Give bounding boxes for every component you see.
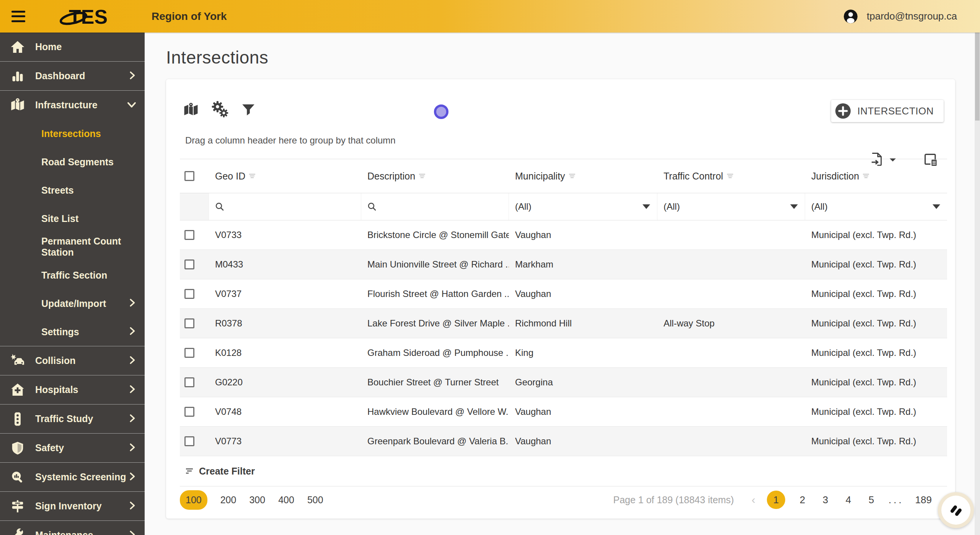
collision-icon (9, 353, 26, 369)
jurisdiction-filter-value: (All) (811, 201, 828, 212)
page-size-option-100[interactable]: 100 (180, 490, 207, 510)
sidebar-item-maintenance[interactable]: Maintenance (0, 521, 145, 535)
scrollbar-thumb[interactable] (975, 33, 980, 121)
filter-funnel-icon[interactable] (241, 103, 256, 117)
column-header-jurisdiction[interactable]: Jurisdiction (805, 171, 947, 182)
row-checkbox[interactable] (184, 436, 194, 446)
select-all-checkbox[interactable] (184, 171, 194, 181)
sidebar-item-dashboard[interactable]: Dashboard (0, 62, 145, 90)
table-row[interactable]: M0433 Main Unionville Street @ Richard .… (180, 250, 947, 279)
tes-logo[interactable]: TES (59, 5, 116, 28)
table-row[interactable]: R0378 Lake Forest Drive @ Silver Maple .… (180, 309, 947, 338)
page-size-option-300[interactable]: 300 (249, 494, 265, 506)
row-checkbox[interactable] (184, 289, 194, 299)
description-cell: Main Unionville Street @ Richard ... (361, 259, 509, 270)
header-filter-icon[interactable] (727, 173, 734, 179)
column-chooser-icon[interactable] (924, 153, 938, 169)
sidebar-subitem-permanent-count-station[interactable]: Permanent Count Station (0, 233, 145, 261)
export-icon[interactable] (870, 153, 883, 169)
sidebar-item-traffic-study[interactable]: Traffic Study (0, 405, 145, 433)
header-filter-icon[interactable] (419, 173, 426, 179)
row-checkbox[interactable] (184, 318, 194, 328)
sidebar-item-collision[interactable]: Collision (0, 346, 145, 375)
sidebar-subitem-traffic-section[interactable]: Traffic Section (0, 261, 145, 289)
sidebar-item-label: Maintenance (35, 530, 93, 535)
sidebar-subitem-streets[interactable]: Streets (0, 176, 145, 204)
sidebar-item-hospitals[interactable]: Hospitals (0, 375, 145, 404)
sidebar-item-safety[interactable]: Safety (0, 434, 145, 462)
municipality-cell: Vaughan (509, 289, 657, 299)
sidebar-item-sign-inventory[interactable]: Sign Inventory (0, 492, 145, 520)
column-header-geo-id[interactable]: Geo ID (209, 171, 361, 182)
geo-id-search-input[interactable] (228, 201, 332, 212)
column-header-traffic-control[interactable]: Traffic Control (657, 171, 805, 182)
sidebar-item-home[interactable]: Home (0, 33, 145, 61)
row-checkbox[interactable] (184, 230, 194, 240)
sidebar-item-label: Safety (35, 442, 64, 453)
export-dropdown-caret[interactable] (889, 157, 897, 164)
page-size-option-400[interactable]: 400 (278, 494, 294, 506)
row-checkbox[interactable] (184, 407, 194, 417)
header-filter-icon[interactable] (249, 173, 256, 179)
page-size-option-500[interactable]: 500 (307, 494, 323, 506)
jurisdiction-filter-dropdown[interactable]: (All) (805, 193, 947, 220)
page-number-3[interactable]: 3 (820, 494, 831, 506)
add-intersection-button[interactable]: INTERSECTION (831, 100, 944, 122)
municipality-filter-dropdown[interactable]: (All) (509, 193, 657, 220)
user-avatar-icon[interactable] (844, 10, 858, 23)
sidebar-item-label: Dashboard (35, 70, 85, 82)
dropdown-caret-icon[interactable] (933, 204, 940, 209)
create-filter-button[interactable]: Create Filter (180, 456, 947, 486)
page-number-5[interactable]: 5 (866, 494, 877, 506)
page-number-4[interactable]: 4 (843, 494, 854, 506)
description-search-input[interactable] (380, 201, 481, 212)
sidebar-item-infrastructure[interactable]: Infrastructure (0, 91, 145, 119)
page-number-2[interactable]: 2 (797, 494, 808, 506)
table-row[interactable]: V0773 Greenpark Boulevard @ Valeria B...… (180, 427, 947, 456)
shield-icon (9, 441, 26, 455)
row-checkbox[interactable] (184, 259, 194, 269)
sidebar-subitem-road-segments[interactable]: Road Segments (0, 148, 145, 176)
dropdown-caret-icon[interactable] (790, 204, 798, 209)
sidebar-subitem-update-import[interactable]: Update/Import (0, 289, 145, 318)
column-header-label: Jurisdiction (811, 171, 859, 182)
page-number-189[interactable]: 189 (915, 494, 932, 506)
sidebar-subitem-site-list[interactable]: Site List (0, 204, 145, 233)
dashboard-icon (9, 69, 26, 83)
column-header-description[interactable]: Description (361, 171, 509, 182)
hamburger-menu-icon[interactable] (11, 11, 25, 22)
map-view-icon[interactable] (183, 102, 199, 118)
main-content: Intersections (145, 33, 975, 535)
sidebar-item-systemic-screening[interactable]: Systemic Screening (0, 463, 145, 491)
pagination-status: Page 1 of 189 (18843 items) (613, 494, 734, 506)
table-row[interactable]: V0733 Brickstone Circle @ Stonemill Gate… (180, 220, 947, 250)
geo-id-cell: V0773 (209, 436, 361, 447)
sidebar-subitem-intersections[interactable]: Intersections (0, 119, 145, 148)
header-filter-icon[interactable] (569, 173, 576, 179)
table-row[interactable]: K0128 Graham Sideroad @ Pumphouse ... Ki… (180, 338, 947, 368)
svg-text:TES: TES (69, 6, 108, 28)
sidebar-subitem-settings[interactable]: Settings (0, 318, 145, 346)
geo-id-cell: R0378 (209, 318, 361, 329)
grid-settings-gears-icon[interactable] (210, 101, 230, 119)
hospital-icon (9, 382, 26, 398)
row-checkbox[interactable] (184, 348, 194, 358)
prev-page-chevron-icon[interactable]: ‹ (752, 494, 755, 506)
wrench-icon (9, 528, 26, 535)
column-header-label: Description (367, 171, 415, 182)
chevron-right-icon (128, 298, 136, 308)
row-checkbox[interactable] (184, 377, 194, 387)
assistant-widget-button[interactable] (938, 492, 974, 528)
municipality-filter-value: (All) (515, 201, 532, 212)
page-size-option-200[interactable]: 200 (220, 494, 236, 506)
traffic-control-filter-dropdown[interactable]: (All) (657, 193, 805, 220)
table-row[interactable]: G0220 Bouchier Street @ Turner Street Ge… (180, 368, 947, 397)
table-row[interactable]: V0737 Flourish Street @ Hatton Garden ..… (180, 279, 947, 309)
page-number-1[interactable]: 1 (767, 491, 785, 509)
column-header-municipality[interactable]: Municipality (509, 171, 657, 182)
header-filter-icon[interactable] (863, 173, 870, 179)
chevron-right-icon (128, 385, 136, 395)
table-row[interactable]: V0748 Hawkview Boulevard @ Vellore W... … (180, 397, 947, 427)
dropdown-caret-icon[interactable] (642, 204, 650, 209)
geo-id-cell: M0433 (209, 259, 361, 270)
